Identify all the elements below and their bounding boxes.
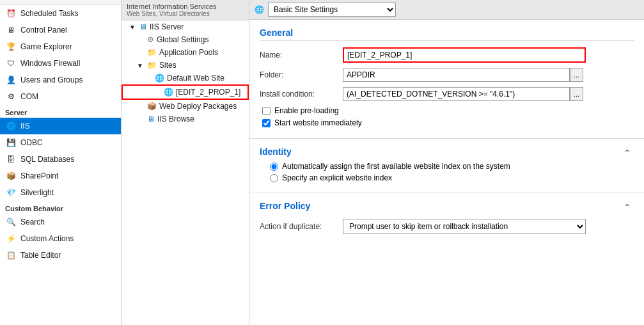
tree-node-application-pools[interactable]: 📁 Application Pools bbox=[122, 46, 249, 59]
enable-preloading-checkbox[interactable] bbox=[262, 107, 271, 115]
sidebar-label: Game Explorer bbox=[20, 42, 72, 51]
windows-firewall-icon: 🛡 bbox=[5, 58, 17, 69]
action-if-duplicate-label: Action if duplicate: bbox=[260, 222, 343, 231]
tree-header: Internet Information Services Web Sites,… bbox=[122, 0, 249, 20]
folder-input-group: ... bbox=[343, 68, 634, 82]
tree-header-title: Internet Information Services bbox=[127, 3, 244, 10]
tree-node-global-settings[interactable]: ⚙ Global Settings bbox=[122, 33, 249, 46]
enable-preloading-row: Enable pre-loading bbox=[260, 106, 634, 115]
sidebar-label: IIS bbox=[20, 122, 30, 131]
start-website-label: Start website immediately bbox=[274, 118, 362, 127]
sidebar-label: ODBC bbox=[20, 138, 43, 147]
auto-assign-radio[interactable] bbox=[270, 162, 278, 171]
sidebar-item-sql-databases[interactable]: 🗄 SQL Databases bbox=[0, 151, 121, 168]
iis-server-icon: 🖥 bbox=[139, 22, 147, 31]
expand-iis-server[interactable]: ▼ bbox=[129, 24, 137, 31]
server-section-label: Server bbox=[0, 105, 121, 118]
default-web-site-icon: 🌐 bbox=[155, 74, 164, 83]
users-groups-icon: 👤 bbox=[5, 74, 17, 86]
explicit-index-radio[interactable] bbox=[270, 174, 278, 182]
action-if-duplicate-row: Action if duplicate: Prompt user to skip… bbox=[260, 219, 634, 234]
sites-icon: 📁 bbox=[147, 61, 157, 70]
sidebar-item-custom-actions[interactable]: ⚡ Custom Actions bbox=[0, 230, 121, 247]
sidebar-item-sharepoint[interactable]: 📦 SharePoint bbox=[0, 168, 121, 184]
install-condition-browse-button[interactable]: ... bbox=[570, 87, 583, 101]
identity-title: Identity bbox=[260, 147, 292, 159]
global-settings-icon: ⚙ bbox=[147, 35, 154, 44]
sharepoint-icon: 📦 bbox=[5, 170, 17, 182]
tree-node-label: Sites bbox=[159, 61, 177, 70]
sidebar-item-iis[interactable]: 🌐 IIS bbox=[0, 118, 121, 134]
sidebar-label: Control Panel bbox=[20, 26, 67, 35]
sidebar-item-users-and-groups[interactable]: 👤 Users and Groups bbox=[0, 72, 121, 88]
basic-site-settings-dropdown[interactable]: Basic Site Settings bbox=[268, 3, 396, 17]
control-panel-icon: 🖥 bbox=[5, 24, 17, 36]
install-condition-input[interactable] bbox=[343, 87, 570, 101]
sidebar: ⏰ Scheduled Tasks 🖥 Control Panel 🏆 Game… bbox=[0, 0, 122, 325]
install-condition-row: Install condition: ... bbox=[260, 87, 634, 101]
iis-browse-icon: 🖥 bbox=[147, 115, 155, 123]
sidebar-item-control-panel[interactable]: 🖥 Control Panel bbox=[0, 22, 121, 38]
sidebar-label: Scheduled Tasks bbox=[20, 9, 79, 18]
sidebar-label: Windows Firewall bbox=[20, 59, 80, 68]
action-if-duplicate-dropdown[interactable]: Prompt user to skip item or rollback ins… bbox=[343, 219, 586, 234]
identity-collapse-button[interactable]: ⌃ bbox=[621, 147, 634, 159]
error-policy-header-row: Error Policy ⌃ bbox=[260, 201, 634, 214]
edit-prop-icon: 🌐 bbox=[164, 88, 173, 97]
sidebar-item-odbc[interactable]: 💾 ODBC bbox=[0, 134, 121, 151]
error-policy-collapse-button[interactable]: ⌃ bbox=[621, 201, 634, 214]
tree-node-label: Web Deploy Packages bbox=[159, 102, 237, 111]
main-content: 🌐 Basic Site Settings General Name: Fold… bbox=[249, 0, 644, 325]
tree-node-label: IIS Browse bbox=[157, 115, 194, 123]
sidebar-item-com[interactable]: ⚙ COM bbox=[0, 88, 121, 105]
sidebar-item-silverlight[interactable]: 💎 Silverlight bbox=[0, 184, 121, 201]
custom-actions-icon: ⚡ bbox=[5, 233, 17, 244]
sidebar-label: Silverlight bbox=[20, 188, 54, 197]
start-website-checkbox[interactable] bbox=[262, 119, 271, 127]
tree-panel: Internet Information Services Web Sites,… bbox=[122, 0, 249, 325]
install-condition-group: ... bbox=[343, 87, 634, 101]
game-explorer-icon: 🏆 bbox=[5, 41, 17, 52]
name-row: Name: bbox=[260, 47, 634, 63]
tree-sub-header: Web Sites, Virtual Directories bbox=[127, 10, 244, 17]
folder-browse-button[interactable]: ... bbox=[570, 68, 583, 82]
table-editor-icon: 📋 bbox=[5, 250, 17, 261]
folder-row: Folder: ... bbox=[260, 68, 634, 82]
tree-node-default-web-site[interactable]: 🌐 Default Web Site bbox=[122, 72, 249, 84]
identity-header-row: Identity ⌃ bbox=[260, 147, 634, 159]
sidebar-item-scheduled-tasks[interactable]: ⏰ Scheduled Tasks bbox=[0, 5, 121, 22]
iis-icon: 🌐 bbox=[5, 120, 17, 132]
sidebar-label: Search bbox=[20, 218, 45, 226]
tree-node-label: IIS Server bbox=[150, 22, 184, 31]
sidebar-item-table-editor[interactable]: 📋 Table Editor bbox=[0, 247, 121, 264]
sidebar-label: Table Editor bbox=[20, 251, 61, 260]
tree-node-label: Global Settings bbox=[157, 35, 208, 44]
web-deploy-icon: 📦 bbox=[147, 102, 157, 111]
sidebar-label: SQL Databases bbox=[20, 155, 74, 164]
tree-node-iis-server[interactable]: ▼ 🖥 IIS Server bbox=[122, 20, 249, 33]
sidebar-label: SharePoint bbox=[20, 171, 58, 180]
app-pools-icon: 📁 bbox=[147, 48, 157, 57]
tree-node-iis-browse[interactable]: 🖥 IIS Browse bbox=[122, 113, 249, 125]
name-input[interactable] bbox=[343, 47, 586, 63]
auto-assign-label: Automatically assign the first available… bbox=[282, 162, 510, 171]
tree-node-sites[interactable]: ▼ 📁 Sites bbox=[122, 59, 249, 72]
tree-node-edit-prop[interactable]: 🌐 [EDIT_2_PROP_1] bbox=[122, 84, 249, 100]
tree-node-label: Application Pools bbox=[159, 48, 218, 57]
tree-node-web-deploy-packages[interactable]: 📦 Web Deploy Packages bbox=[122, 100, 249, 113]
error-policy-title: Error Policy bbox=[260, 201, 310, 214]
expand-sites[interactable]: ▼ bbox=[137, 62, 145, 69]
install-condition-label: Install condition: bbox=[260, 90, 343, 99]
sidebar-item-game-explorer[interactable]: 🏆 Game Explorer bbox=[0, 38, 121, 55]
search-icon: 🔍 bbox=[5, 216, 17, 228]
folder-input[interactable] bbox=[343, 68, 570, 82]
error-policy-section: Error Policy ⌃ Action if duplicate: Prom… bbox=[249, 193, 644, 247]
general-section: General Name: Folder: ... Install condit… bbox=[249, 20, 644, 138]
sidebar-item-windows-firewall[interactable]: 🛡 Windows Firewall bbox=[0, 55, 121, 72]
silverlight-icon: 💎 bbox=[5, 187, 17, 198]
sidebar-label: COM bbox=[20, 92, 38, 101]
custom-behavior-section-label: Custom Behavior bbox=[0, 201, 121, 214]
sidebar-item-search[interactable]: 🔍 Search bbox=[0, 214, 121, 230]
identity-radio1-row: Automatically assign the first available… bbox=[270, 162, 634, 171]
com-icon: ⚙ bbox=[5, 91, 17, 102]
